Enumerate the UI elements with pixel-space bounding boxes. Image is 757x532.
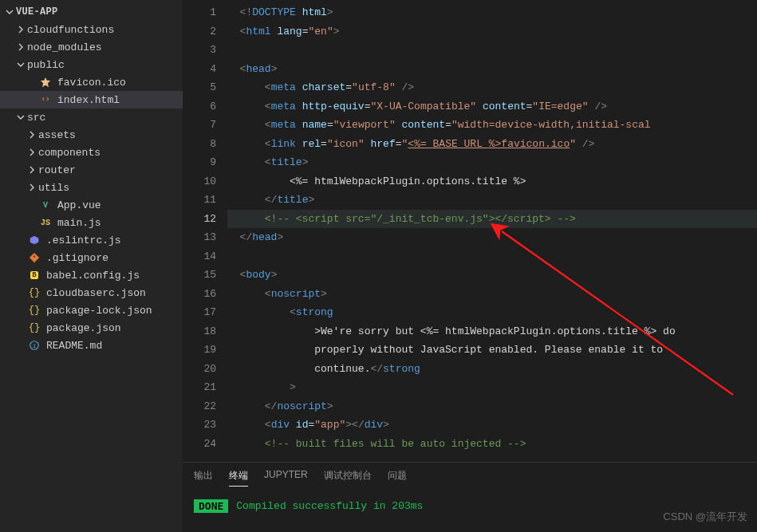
chevron-right-icon: [26, 181, 38, 194]
js-icon: JS: [38, 215, 53, 230]
folder-item[interactable]: public: [0, 56, 183, 73]
folder-label: node_modules: [27, 41, 102, 53]
star-icon: [38, 75, 53, 89]
file-item[interactable]: {}package-lock.json: [0, 301, 183, 319]
folder-label: router: [38, 164, 76, 176]
file-label: .eslintrc.js: [46, 234, 121, 246]
file-item[interactable]: index.html: [0, 91, 183, 108]
panel-tab[interactable]: JUPYTER: [264, 469, 308, 487]
chevron-right-icon: [26, 128, 38, 141]
chevron-right-icon: [26, 146, 38, 159]
panel-tab[interactable]: 终端: [229, 469, 248, 487]
editor-pane: 123456789101112131415161718192021222324 …: [183, 0, 757, 532]
explorer-root[interactable]: VUE-APP: [0, 3, 183, 21]
json-icon: {}: [27, 286, 41, 300]
root-label: VUE-APP: [16, 6, 58, 18]
code-content[interactable]: <!DOCTYPE html> <html lang="en"> <head> …: [227, 0, 757, 462]
file-label: package-lock.json: [46, 305, 152, 317]
json-icon: {}: [27, 321, 41, 335]
folder-item[interactable]: components: [0, 144, 183, 161]
file-item[interactable]: .eslintrc.js: [0, 231, 183, 249]
folder-item[interactable]: src: [0, 108, 183, 126]
chevron-down-icon: [14, 58, 27, 71]
folder-label: assets: [38, 129, 76, 141]
file-label: App.vue: [57, 199, 101, 211]
folder-item[interactable]: node_modules: [0, 38, 183, 56]
chevron-right-icon: [26, 164, 38, 176]
folder-label: cloudfunctions: [27, 24, 114, 36]
file-item[interactable]: {}package.json: [0, 319, 183, 337]
json-icon: {}: [27, 303, 41, 317]
code-editor[interactable]: 123456789101112131415161718192021222324 …: [183, 0, 757, 462]
chevron-right-icon: [14, 23, 27, 36]
file-label: index.html: [57, 94, 120, 106]
panel-tab[interactable]: 问题: [388, 469, 407, 487]
folder-item[interactable]: cloudfunctions: [0, 21, 183, 38]
file-label: package.json: [46, 322, 121, 334]
folder-label: utils: [38, 182, 69, 194]
compile-message: Compiled successfully in 203ms: [236, 500, 423, 512]
file-item[interactable]: .gitignore: [0, 249, 183, 266]
file-label: README.md: [46, 340, 102, 352]
done-badge: DONE: [194, 499, 228, 513]
file-item[interactable]: favicon.ico: [0, 73, 183, 91]
svg-text:i: i: [33, 342, 37, 349]
chevron-right-icon: [14, 41, 27, 53]
babel-icon: B: [27, 268, 41, 282]
file-item[interactable]: JSmain.js: [0, 214, 183, 231]
folder-item[interactable]: assets: [0, 126, 183, 144]
eslint-icon: [27, 233, 41, 247]
file-item[interactable]: VApp.vue: [0, 196, 183, 214]
folder-item[interactable]: utils: [0, 179, 183, 196]
folder-label: src: [27, 112, 45, 124]
svg-marker-0: [30, 236, 39, 245]
file-label: cloudbaserc.json: [46, 287, 146, 299]
chevron-down-icon: [14, 111, 27, 124]
html-icon: [38, 93, 53, 107]
git-icon: [27, 250, 41, 265]
panel-tab[interactable]: 输出: [194, 469, 213, 487]
info-icon: i: [27, 338, 41, 353]
folder-item[interactable]: router: [0, 161, 183, 179]
file-label: main.js: [57, 217, 101, 229]
file-explorer: VUE-APP cloudfunctionsnode_modulespublic…: [0, 0, 183, 532]
file-label: .gitignore: [46, 252, 108, 264]
chevron-down-icon: [3, 6, 16, 18]
vue-icon: V: [38, 198, 53, 212]
panel-tab[interactable]: 调试控制台: [324, 469, 372, 487]
file-label: babel.config.js: [46, 270, 140, 282]
watermark: CSDN @流年开发: [663, 510, 747, 524]
file-item[interactable]: {}cloudbaserc.json: [0, 284, 183, 301]
file-item[interactable]: Bbabel.config.js: [0, 266, 183, 284]
line-gutter: 123456789101112131415161718192021222324: [183, 0, 227, 462]
folder-label: public: [27, 59, 65, 71]
folder-label: components: [38, 147, 101, 159]
file-label: favicon.ico: [57, 77, 126, 89]
panel-tabs: 输出终端JUPYTER调试控制台问题: [183, 463, 757, 491]
file-item[interactable]: iREADME.md: [0, 337, 183, 354]
